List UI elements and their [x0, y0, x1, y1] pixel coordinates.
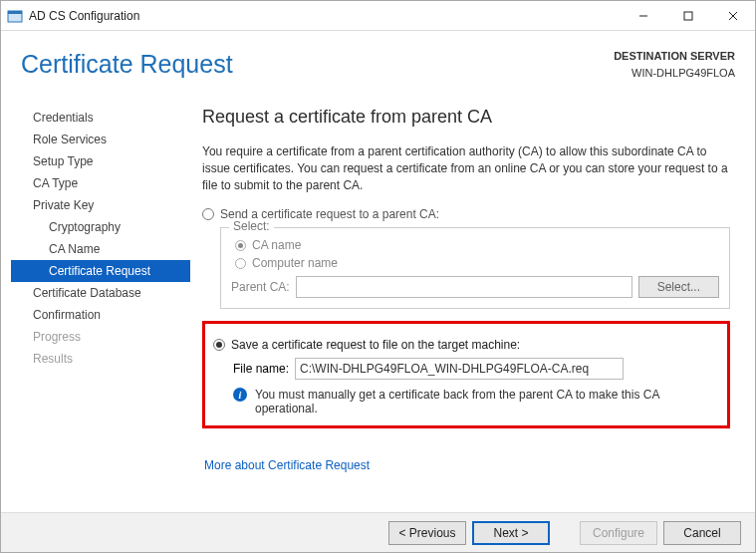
titlebar: AD CS Configuration: [1, 1, 755, 31]
parent-ca-label: Parent CA:: [231, 280, 290, 294]
radio-send-to-parent[interactable]: [202, 208, 214, 220]
select-legend: Select:: [229, 219, 274, 233]
minimize-button[interactable]: [621, 1, 665, 31]
sub-option-computer-name: Computer name: [235, 256, 715, 270]
main-description: You require a certificate from a parent …: [202, 143, 730, 193]
highlighted-section: Save a certificate request to file on th…: [202, 321, 730, 428]
radio-computer-name: [235, 258, 246, 269]
option-send-to-parent[interactable]: Send a certificate request to a parent C…: [202, 207, 730, 221]
sidebar-item-credentials[interactable]: Credentials: [11, 107, 190, 129]
parent-ca-input: [296, 276, 632, 298]
maximize-button[interactable]: [665, 1, 710, 31]
filename-label: File name:: [233, 362, 289, 376]
main-title: Request a certificate from parent CA: [202, 107, 730, 128]
sidebar-item-ca-name[interactable]: CA Name: [11, 238, 190, 260]
select-button: Select...: [638, 276, 719, 298]
sidebar-item-role-services[interactable]: Role Services: [11, 129, 190, 150]
footer: < Previous Next > Configure Cancel: [1, 512, 755, 552]
destination-label: DESTINATION SERVER: [233, 48, 735, 65]
sidebar-item-progress: Progress: [11, 326, 190, 348]
option-save-label: Save a certificate request to file on th…: [231, 338, 520, 352]
main-content: Request a certificate from parent CA You…: [190, 103, 745, 472]
app-icon: [7, 8, 23, 24]
sub-ca-name-label: CA name: [252, 238, 301, 252]
svg-rect-1: [8, 11, 22, 14]
sidebar-item-confirmation[interactable]: Confirmation: [11, 304, 190, 326]
sidebar: Credentials Role Services Setup Type CA …: [11, 103, 190, 472]
header: Certificate Request DESTINATION SERVER W…: [1, 31, 755, 103]
sidebar-item-setup-type[interactable]: Setup Type: [11, 150, 190, 172]
next-button[interactable]: Next >: [472, 521, 550, 545]
destination-value: WIN-DHLPG49FLOA: [233, 65, 735, 82]
sidebar-item-certificate-request[interactable]: Certificate Request: [11, 260, 190, 282]
sub-computer-name-label: Computer name: [252, 256, 338, 270]
more-about-link[interactable]: More about Certificate Request: [204, 458, 370, 472]
info-text: You must manually get a certificate back…: [255, 388, 717, 415]
info-icon: i: [233, 388, 247, 402]
page-heading: Certificate Request: [21, 50, 233, 79]
sidebar-item-private-key[interactable]: Private Key: [11, 194, 190, 216]
sub-option-ca-name: CA name: [235, 238, 715, 252]
sidebar-item-cryptography[interactable]: Cryptography: [11, 216, 190, 238]
close-button[interactable]: [710, 1, 755, 31]
select-fieldset: Select: CA name Computer name Parent CA:…: [220, 227, 730, 309]
configure-button: Configure: [580, 521, 657, 545]
destination-info: DESTINATION SERVER WIN-DHLPG49FLOA: [233, 48, 735, 81]
filename-input[interactable]: [295, 358, 624, 380]
radio-save-to-file[interactable]: [213, 339, 225, 351]
option-save-to-file[interactable]: Save a certificate request to file on th…: [213, 338, 717, 352]
sidebar-item-results: Results: [11, 348, 190, 370]
cancel-button[interactable]: Cancel: [663, 521, 741, 545]
svg-rect-3: [684, 12, 692, 20]
radio-ca-name: [235, 240, 246, 251]
previous-button[interactable]: < Previous: [388, 521, 466, 545]
sidebar-item-ca-type[interactable]: CA Type: [11, 172, 190, 194]
window-title: AD CS Configuration: [29, 9, 621, 23]
sidebar-item-certificate-database[interactable]: Certificate Database: [11, 282, 190, 304]
